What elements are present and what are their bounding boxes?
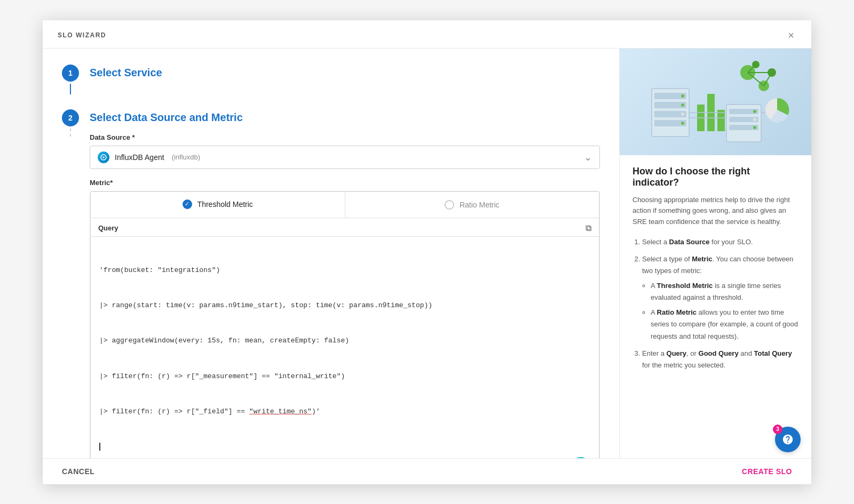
sidebar-step-2: Select a type of Metric. You can choose …: [642, 253, 798, 342]
query-label: Query: [98, 224, 118, 232]
sidebar-step-1-bold: Data Source: [669, 238, 710, 246]
sidebar-intro: Choosing appropriate metrics help to dri…: [632, 195, 798, 228]
query-bold: Query: [667, 349, 687, 357]
sidebar-step-2-bold: Metric: [692, 255, 712, 263]
sidebar-bullet-threshold: A Threshold Metric is a single time seri…: [651, 280, 798, 303]
threshold-bold: Threshold Metric: [657, 282, 713, 290]
sidebar-title: How do I choose the right indicator?: [632, 166, 798, 188]
sidebar-bullet-ratio: A Ratio Metric allows you to enter two t…: [651, 307, 798, 342]
influx-icon: [98, 151, 109, 163]
sidebar-step-3: Enter a Query, or Good Query and Total Q…: [642, 348, 798, 371]
modal-footer: CANCEL CREATE SLO: [43, 458, 811, 484]
query-line-1: 'from(bucket: "integrations"): [99, 265, 590, 276]
step-2-title: Select Data Source and Metric: [90, 111, 600, 124]
step-1-title: Select Service: [90, 67, 600, 79]
query-container: Query ⧉ 'from(bucket: "integrations") |>…: [90, 218, 599, 458]
help-icon: [782, 434, 794, 445]
ratio-radio-inactive: [445, 200, 454, 210]
sidebar-steps-list: Select a Data Source for your SLO. Selec…: [632, 236, 798, 371]
good-query-bold: Good Query: [699, 349, 739, 357]
threshold-metric-tab[interactable]: Threshold Metric: [91, 192, 345, 218]
sidebar-help: How do I choose the right indicator? Cho…: [619, 49, 811, 458]
help-badge: 3: [773, 425, 782, 434]
step-2-row: 2 Select Data Source and Metric Data Sou…: [62, 109, 600, 458]
step-1-content: Select Service: [90, 65, 600, 79]
threshold-radio-active: [183, 199, 192, 209]
main-content: 1 Select Service 2 Select Data Source: [43, 49, 619, 458]
sidebar-step-1: Select a Data Source for your SLO.: [642, 236, 798, 248]
metric-label: Metric*: [90, 179, 600, 187]
sidebar-illustration: [620, 49, 811, 155]
create-slo-button[interactable]: CREATE SLO: [742, 467, 792, 476]
datasource-name: InfluxDB Agent: [115, 153, 164, 162]
metric-section: Threshold Metric Ratio Metric Query: [90, 191, 600, 458]
cancel-button[interactable]: CANCEL: [62, 467, 94, 476]
query-text: 'from(bucket: "integrations") |> range(s…: [99, 241, 590, 458]
modal: SLO WIZARD × 1 Select Service: [43, 20, 811, 484]
svg-point-19: [681, 113, 684, 116]
close-button[interactable]: ×: [786, 30, 796, 41]
svg-point-27: [753, 126, 756, 129]
query-line-3: |> aggregateWindow(every: 15s, fn: mean,…: [99, 335, 590, 347]
svg-rect-11: [717, 110, 725, 131]
svg-point-18: [681, 103, 684, 107]
query-line-2: |> range(start: time(v: params.n9time_st…: [99, 300, 590, 311]
ratio-tab-label: Ratio Metric: [460, 201, 500, 209]
query-line-5: |> filter(fn: (r) => r["_field"] == "wri…: [99, 406, 590, 418]
total-query-bold: Total Query: [754, 349, 792, 357]
svg-point-26: [753, 118, 756, 121]
ratio-bold: Ratio Metric: [657, 308, 697, 316]
datasource-label: Data Source *: [90, 133, 600, 141]
datasource-select[interactable]: InfluxDB Agent (influxdb) ⌄: [90, 146, 600, 169]
expand-icon[interactable]: ⧉: [586, 223, 591, 233]
svg-point-20: [681, 122, 684, 125]
chevron-down-icon: ⌄: [584, 151, 592, 163]
datasource-select-left: InfluxDB Agent (influxdb): [98, 151, 200, 163]
step-1-circle: 1: [62, 65, 79, 82]
step-1-row: 1 Select Service: [62, 65, 600, 94]
step-2-circle: 2: [62, 109, 79, 126]
svg-point-17: [681, 94, 684, 98]
query-line-cursor: [99, 441, 590, 453]
datasource-type: (influxdb): [172, 153, 200, 161]
ratio-metric-tab[interactable]: Ratio Metric: [345, 192, 599, 218]
query-header: Query ⧉: [91, 218, 599, 236]
step-2-content: Select Data Source and Metric Data Sourc…: [90, 109, 600, 458]
step-1-connector: 1: [62, 65, 79, 94]
step-1-line: [70, 84, 71, 94]
help-button[interactable]: 3: [775, 427, 801, 452]
svg-point-25: [753, 110, 756, 113]
threshold-tab-label: Threshold Metric: [197, 200, 253, 209]
modal-title: SLO WIZARD: [58, 31, 106, 39]
step-2-line: [70, 129, 71, 139]
modal-header: SLO WIZARD ×: [43, 20, 811, 49]
sidebar-bullet-list: A Threshold Metric is a single time seri…: [642, 280, 798, 342]
query-line-4: |> filter(fn: (r) => r["_measurement"] =…: [99, 371, 590, 382]
step-2-connector: 2: [62, 109, 79, 139]
metric-tabs: Threshold Metric Ratio Metric: [90, 191, 599, 218]
modal-body: 1 Select Service 2 Select Data Source: [43, 49, 811, 458]
sidebar-text-content: How do I choose the right indicator? Cho…: [620, 155, 811, 387]
query-editor[interactable]: 'from(bucket: "integrations") |> range(s…: [91, 236, 599, 458]
